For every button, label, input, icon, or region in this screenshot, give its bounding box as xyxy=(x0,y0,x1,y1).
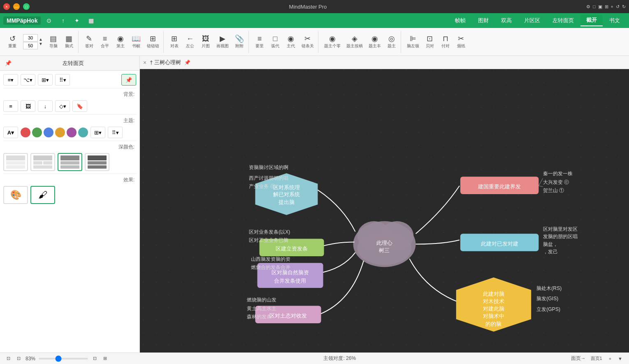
pin-active-btn[interactable]: 📌 xyxy=(121,74,136,86)
statusbar-expand-btn[interactable]: ⊡ xyxy=(91,355,98,362)
statusbar-fit-btn[interactable]: ⊡ xyxy=(5,355,12,362)
layout-list-btn[interactable]: ≡▾ xyxy=(3,74,18,86)
center-node[interactable]: 此理心 树三 xyxy=(353,221,416,267)
redo-button[interactable]: ↺ 重重 xyxy=(5,32,20,52)
menu-tab-book[interactable]: 书文 xyxy=(603,15,626,26)
menu-open-icon[interactable]: ↑ xyxy=(57,15,69,26)
bg-bookmark-btn[interactable]: 🔖 xyxy=(72,100,87,112)
leftalign-button[interactable]: ⊫ 脑左顿 xyxy=(404,32,422,52)
zoom-slider[interactable] xyxy=(39,358,88,359)
theme-group: ◉ 题主个零 ◈ 题主按柄 ◉ 题主丰 ◎ 题主 xyxy=(320,31,401,53)
effect-btn-1[interactable]: 🎨 xyxy=(3,186,28,204)
shape-icon: □ xyxy=(273,35,277,42)
titlebar-icon4[interactable]: ⊞ xyxy=(605,4,608,9)
color-green[interactable] xyxy=(32,128,42,137)
node-branch5[interactable]: 建国重要此建界发 xyxy=(460,176,538,194)
layout-grid-btn[interactable]: ⊞▾ xyxy=(38,74,53,86)
titlebar-icon7[interactable]: ↻ xyxy=(622,4,626,9)
video-button[interactable]: ▶ 画视图 xyxy=(214,32,231,52)
paste-button[interactable]: ⊓ 付对 xyxy=(438,32,453,52)
book-button[interactable]: 📖 书帧 xyxy=(129,32,144,52)
color-red[interactable] xyxy=(21,128,30,137)
topic2-button[interactable]: ◉ 主代 xyxy=(283,32,298,52)
statusbar-addpage-btn[interactable]: + xyxy=(607,356,613,362)
leaf-6-2: 发脑的朋的区唱 xyxy=(543,234,578,239)
menu-tab-advanced[interactable]: 双高 xyxy=(495,15,518,26)
statusbar-view-btn[interactable]: ⊡ xyxy=(15,355,22,362)
layout-button[interactable]: ▤ 导脑 xyxy=(46,32,61,52)
bg-image-btn[interactable]: 🖼 xyxy=(21,100,35,112)
layout-dots-btn[interactable]: ⠿▾ xyxy=(55,74,70,86)
topic-main-button[interactable]: ◉ 题主丰 xyxy=(366,32,383,52)
menu-tab-frames[interactable]: 帧帧 xyxy=(449,15,471,26)
theme-grid-btn[interactable]: ⊞▾ xyxy=(91,127,105,138)
maximize-button[interactable]: □ xyxy=(23,3,30,10)
table-style-1[interactable] xyxy=(3,153,28,171)
statusbar-right: 面页→ 面页1 + ▼ xyxy=(571,355,624,362)
topic-all-button[interactable]: ◎ 题主 xyxy=(384,32,399,52)
copy-button[interactable]: ⊡ 贝对 xyxy=(422,32,437,52)
menu-tab-financial[interactable]: 图财 xyxy=(472,15,494,26)
svg-rect-3 xyxy=(33,155,52,160)
statusbar-fullscreen-btn[interactable]: ⊞ xyxy=(102,355,109,362)
bg-list-btn[interactable]: ≡ xyxy=(3,100,18,112)
table-style-4[interactable] xyxy=(85,153,109,171)
link-button[interactable]: ⊞ 链链链 xyxy=(144,32,162,52)
table-button[interactable]: ⊞ 对表 xyxy=(167,32,182,52)
theme-dots-btn[interactable]: ⠿▾ xyxy=(108,127,123,138)
topic-single-button[interactable]: ◉ 题主个零 xyxy=(322,32,343,52)
cut-button[interactable]: ✂ 颁纸 xyxy=(454,32,469,52)
panel-close-button[interactable]: × xyxy=(143,59,146,66)
color-blue[interactable] xyxy=(44,128,53,137)
leftview-button[interactable]: ← 左公 xyxy=(183,32,197,52)
color-purple[interactable] xyxy=(67,128,77,137)
menu-export-icon[interactable]: ▦ xyxy=(85,15,97,26)
topic-button[interactable]: ◉ 第主 xyxy=(113,32,128,52)
list-button[interactable]: ≡ 要里 xyxy=(252,32,267,52)
topic2-icon: ◉ xyxy=(288,35,294,42)
bg-arrow-btn[interactable]: ↓ xyxy=(38,100,53,112)
titlebar-icon2[interactable]: □ xyxy=(593,4,596,9)
color-orange[interactable] xyxy=(55,128,65,137)
bg-diamond-btn[interactable]: ◇▾ xyxy=(55,100,70,112)
table-style-2[interactable] xyxy=(30,153,55,171)
shape-button[interactable]: □ 弧代 xyxy=(268,32,283,52)
left-sidebar: 📌 左转面页 ≡▾ ⌥▾ ⊞▾ ⠿▾ 📌 背景: ≡ 🖼 ↓ ◇▾ 🔖 xyxy=(0,56,140,352)
table-icon: ⊞ xyxy=(171,35,177,42)
image-icon: 🖼 xyxy=(202,35,209,42)
statusbar-pagelist-btn[interactable]: ▼ xyxy=(616,356,624,362)
color-cyan[interactable] xyxy=(78,128,88,137)
topic-main-icon: ◉ xyxy=(371,35,378,42)
panel-pin-button[interactable]: 📌 xyxy=(184,60,190,65)
layout-branch-btn[interactable]: ⌥▾ xyxy=(21,74,35,86)
effect-btn-2[interactable]: 🖌 xyxy=(30,186,55,204)
style-button[interactable]: ▦ 脑式 xyxy=(62,32,77,52)
svg-rect-7 xyxy=(60,155,79,160)
table-style-3[interactable] xyxy=(58,153,82,171)
statusbar-page1-btn[interactable]: 面页1 xyxy=(589,355,604,362)
menu-new-icon[interactable]: ⊙ xyxy=(43,15,55,26)
attach-button[interactable]: 📎 附附 xyxy=(232,32,247,52)
menu-save-icon[interactable]: ✦ xyxy=(71,15,83,26)
sign-button[interactable]: ✎ 签对 xyxy=(82,32,97,52)
canvas-area[interactable]: 此理心 树三 xyxy=(140,69,629,352)
menu-tab-cut[interactable]: 截开 xyxy=(580,15,603,26)
menu-tab-section[interactable]: 片区区 xyxy=(518,15,546,26)
sidebar-pin[interactable]: 📌 xyxy=(5,60,12,66)
menu-left: MMPäpHok ⊙ ↑ ✦ ▦ xyxy=(3,15,97,26)
close-button[interactable]: × xyxy=(3,3,10,10)
align-button[interactable]: ≡ 合平 xyxy=(97,32,112,52)
image-button[interactable]: 🖼 片图 xyxy=(198,32,213,52)
minimize-button[interactable]: — xyxy=(13,3,20,10)
linkclose-button[interactable]: ✂ 链条关 xyxy=(299,32,316,52)
node-branch6[interactable]: 此建对已发对建 xyxy=(460,234,538,251)
titlebar-icon3[interactable]: ▣ xyxy=(598,4,602,9)
titlebar-icon1[interactable]: ⚙ xyxy=(586,4,590,9)
titlebar-icon5[interactable]: + xyxy=(611,4,613,9)
theme-text-btn[interactable]: A▾ xyxy=(3,127,18,138)
zoom-spinner[interactable]: ▲ ▼ xyxy=(21,32,45,52)
titlebar-icon6[interactable]: ↺ xyxy=(616,4,620,9)
topic-style-button[interactable]: ◈ 题主按柄 xyxy=(344,32,365,52)
menu-tab-leftpage[interactable]: 左转面页 xyxy=(547,15,580,26)
link-icon: ⊞ xyxy=(150,35,156,42)
